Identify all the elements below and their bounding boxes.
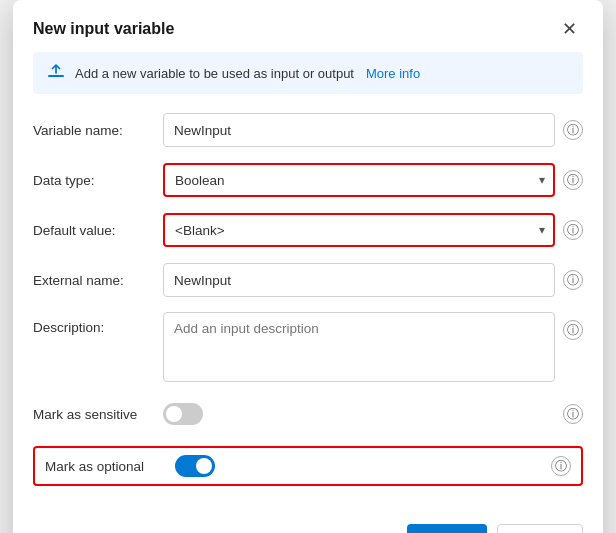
variable-name-info-icon[interactable]: ⓘ (563, 120, 583, 140)
external-name-label: External name: (33, 273, 163, 288)
mark-sensitive-toggle[interactable] (163, 403, 203, 425)
upload-icon (47, 62, 65, 84)
data-type-info-icon[interactable]: ⓘ (563, 170, 583, 190)
more-info-link[interactable]: More info (366, 66, 420, 81)
description-row: Description: ⓘ (33, 312, 583, 382)
new-input-variable-dialog: New input variable ✕ Add a new variable … (13, 0, 603, 533)
form-body: Variable name: ⓘ Data type: Boolean Text… (13, 112, 603, 510)
default-value-select-wrap: <Blank> ▾ (163, 213, 555, 247)
external-name-row: External name: ⓘ (33, 262, 583, 298)
dialog-footer: Save Cancel (13, 510, 603, 533)
dialog-title: New input variable (33, 20, 174, 38)
description-control: ⓘ (163, 312, 583, 382)
data-type-row: Data type: Boolean Text Number Date Date… (33, 162, 583, 198)
default-value-row: Default value: <Blank> ▾ ⓘ (33, 212, 583, 248)
description-textarea[interactable] (163, 312, 555, 382)
mark-optional-info-icon[interactable]: ⓘ (551, 456, 571, 476)
default-value-control: <Blank> ▾ ⓘ (163, 213, 583, 247)
mark-sensitive-slider (163, 403, 203, 425)
default-value-info-icon[interactable]: ⓘ (563, 220, 583, 240)
mark-optional-control: ⓘ (175, 455, 571, 477)
external-name-input[interactable] (163, 263, 555, 297)
info-banner: Add a new variable to be used as input o… (33, 52, 583, 94)
dialog-header: New input variable ✕ (13, 0, 603, 52)
default-value-label: Default value: (33, 223, 163, 238)
close-button[interactable]: ✕ (556, 18, 583, 40)
mark-optional-label: Mark as optional (45, 459, 175, 474)
variable-name-row: Variable name: ⓘ (33, 112, 583, 148)
variable-name-control: ⓘ (163, 113, 583, 147)
variable-name-input[interactable] (163, 113, 555, 147)
data-type-control: Boolean Text Number Date DateTime ▾ ⓘ (163, 163, 583, 197)
save-button[interactable]: Save (407, 524, 487, 533)
data-type-label: Data type: (33, 173, 163, 188)
mark-sensitive-label: Mark as sensitive (33, 407, 163, 422)
cancel-button[interactable]: Cancel (497, 524, 583, 533)
data-type-select-wrap: Boolean Text Number Date DateTime ▾ (163, 163, 555, 197)
mark-sensitive-toggle-wrap (163, 403, 203, 425)
description-label: Description: (33, 312, 163, 335)
mark-sensitive-info-icon[interactable]: ⓘ (563, 404, 583, 424)
svg-rect-0 (48, 75, 64, 77)
mark-optional-slider (175, 455, 215, 477)
data-type-select[interactable]: Boolean Text Number Date DateTime (163, 163, 555, 197)
external-name-control: ⓘ (163, 263, 583, 297)
mark-optional-toggle[interactable] (175, 455, 215, 477)
variable-name-label: Variable name: (33, 123, 163, 138)
description-info-icon[interactable]: ⓘ (563, 320, 583, 340)
external-name-info-icon[interactable]: ⓘ (563, 270, 583, 290)
mark-sensitive-control: ⓘ (163, 403, 583, 425)
mark-sensitive-row: Mark as sensitive ⓘ (33, 396, 583, 432)
mark-optional-row: Mark as optional ⓘ (33, 446, 583, 486)
banner-text: Add a new variable to be used as input o… (75, 66, 354, 81)
default-value-select[interactable]: <Blank> (163, 213, 555, 247)
